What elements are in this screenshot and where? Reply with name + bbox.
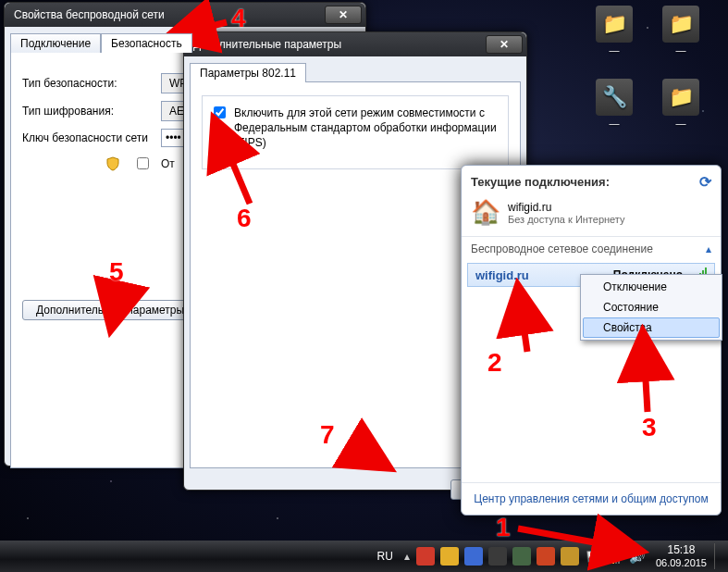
close-button[interactable]: ✕: [486, 35, 523, 54]
tray-action-center-icon[interactable]: 🏳️: [586, 550, 599, 563]
network-name: wifigid.ru: [475, 268, 529, 282]
desktop-icon[interactable]: 📁—: [655, 79, 707, 129]
wireless-section-label: Беспроводное сетевое соединение: [471, 242, 653, 255]
tray-app-icon[interactable]: [512, 547, 531, 566]
close-button[interactable]: ✕: [325, 6, 362, 24]
desktop-icon[interactable]: 📁—: [655, 6, 707, 56]
tab-security[interactable]: Безопасность: [101, 33, 192, 53]
ctx-disconnect[interactable]: Отключение: [583, 277, 720, 297]
tray-app-icon[interactable]: [537, 547, 555, 566]
show-chars-label: От: [161, 157, 175, 170]
tab-80211[interactable]: Параметры 802.11: [190, 63, 306, 82]
tray-app-icon[interactable]: [561, 547, 579, 566]
network-context-menu: Отключение Состояние Свойства: [580, 274, 722, 341]
tray-app-icon[interactable]: [464, 547, 483, 566]
desktop-icon[interactable]: 📁—: [588, 6, 640, 56]
tab-connection[interactable]: Подключение: [10, 33, 101, 53]
current-network-name: wifigid.ru: [508, 201, 625, 214]
language-indicator[interactable]: RU: [377, 550, 393, 563]
desktop-icon[interactable]: 🔧—: [588, 79, 640, 129]
tray-app-icon[interactable]: [488, 547, 507, 566]
annotation-number: 1: [496, 515, 511, 541]
shield-icon: [105, 156, 120, 171]
current-network-status: Без доступа к Интернету: [508, 214, 625, 225]
network-flyout: Текущие подключения: ⟳ 🏠 wifigid.ru Без …: [461, 165, 722, 516]
tray-chevron-icon[interactable]: ▴: [404, 550, 410, 563]
chevron-up-icon[interactable]: ▴: [706, 242, 711, 255]
taskbar: RU ▴ 🏳️ 🔊 15:18 06.09.2015: [0, 541, 728, 572]
refresh-icon[interactable]: ⟳: [699, 173, 711, 191]
tray-app-icon[interactable]: [440, 547, 459, 566]
tray-app-icon[interactable]: [416, 547, 435, 566]
fips-label: Включить для этой сети режим совместимос…: [234, 106, 500, 151]
window-title: Свойства беспроводной сети: [14, 8, 325, 21]
flyout-header: Текущие подключения:: [471, 175, 610, 189]
tray-network-icon[interactable]: [607, 549, 620, 564]
ctx-state[interactable]: Состояние: [583, 297, 720, 317]
clock-time[interactable]: 15:18: [656, 544, 707, 556]
advanced-settings-button[interactable]: Дополнительные параметры: [22, 300, 198, 320]
ctx-properties[interactable]: Свойства: [583, 317, 720, 338]
window-title: Дополнительные параметры: [193, 38, 486, 51]
security-key-label: Ключ безопасности сети: [22, 131, 152, 144]
security-type-label: Тип безопасности:: [22, 77, 152, 90]
show-desktop-button[interactable]: [714, 543, 722, 569]
show-chars-checkbox[interactable]: [137, 157, 149, 169]
home-icon: 🏠: [471, 198, 500, 227]
fips-checkbox[interactable]: [214, 106, 226, 118]
clock-date[interactable]: 06.09.2015: [656, 557, 707, 568]
network-center-link[interactable]: Центр управления сетями и общим доступом: [462, 482, 721, 515]
encryption-label: Тип шифрования:: [22, 105, 152, 118]
tray-volume-icon[interactable]: 🔊: [629, 549, 645, 564]
